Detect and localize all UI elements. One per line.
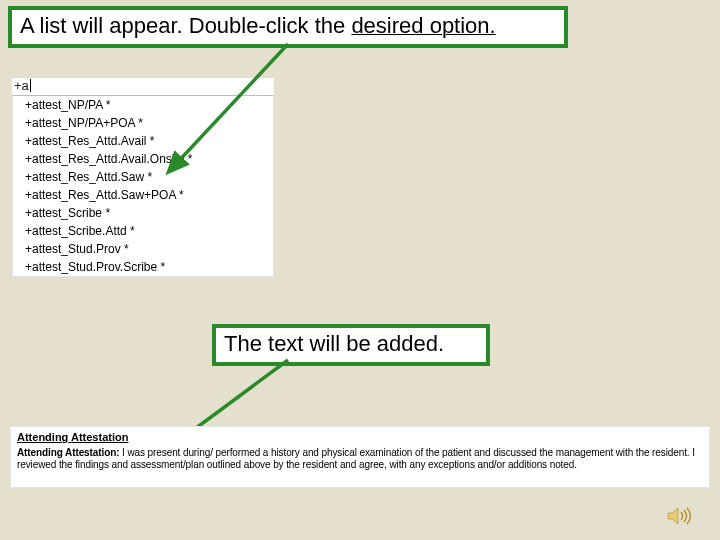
list-item[interactable]: +attest_NP/PA+POA *	[13, 114, 273, 132]
attestation-body-label: Attending Attestation:	[17, 447, 119, 458]
callout-text-added: The text will be added.	[212, 324, 490, 366]
list-item[interactable]: +attest_Scribe.Attd *	[13, 222, 273, 240]
list-item[interactable]: +attest_NP/PA *	[13, 96, 273, 114]
attestation-body-text: I was present during/ performed a histor…	[17, 447, 695, 470]
list-item[interactable]: +attest_Res_Attd.Avail.Onsite *	[13, 150, 273, 168]
attestation-body: Attending Attestation: I was present dur…	[17, 447, 703, 471]
callout-double-click: A list will appear. Double-click the des…	[8, 6, 568, 48]
list-item[interactable]: +attest_Scribe *	[13, 204, 273, 222]
text-caret	[30, 79, 31, 92]
sound-icon[interactable]	[666, 506, 692, 526]
callout-text-prefix: A list will appear. Double-click the	[20, 13, 351, 38]
list-item[interactable]: +attest_Res_Attd.Saw *	[13, 168, 273, 186]
autocomplete-list: +attest_NP/PA * +attest_NP/PA+POA * +att…	[12, 95, 274, 277]
callout-text: The text will be added.	[224, 331, 444, 356]
typed-value: +a	[14, 78, 29, 93]
list-item[interactable]: +attest_Stud.Prov.Scribe *	[13, 258, 273, 276]
attestation-panel: Attending Attestation Attending Attestat…	[10, 426, 710, 488]
autocomplete-panel: +a +attest_NP/PA * +attest_NP/PA+POA * +…	[12, 78, 274, 277]
autocomplete-typed-text[interactable]: +a	[12, 78, 274, 95]
attestation-heading: Attending Attestation	[17, 431, 703, 443]
slide: A list will appear. Double-click the des…	[0, 0, 720, 540]
list-item[interactable]: +attest_Res_Attd.Saw+POA *	[13, 186, 273, 204]
callout-text-underlined: desired option.	[351, 13, 495, 38]
list-item[interactable]: +attest_Res_Attd.Avail *	[13, 132, 273, 150]
list-item[interactable]: +attest_Stud.Prov *	[13, 240, 273, 258]
